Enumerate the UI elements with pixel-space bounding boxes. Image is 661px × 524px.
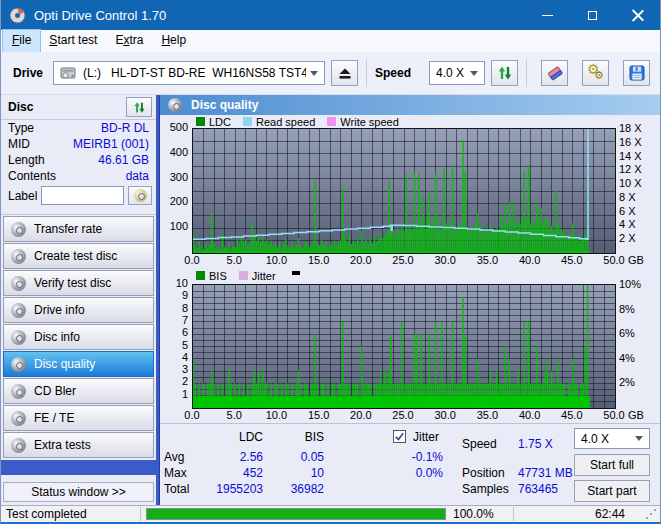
y-axis-tick: 4 <box>182 351 188 363</box>
y-axis-tick: 100 <box>170 221 188 233</box>
bis-left-axis: 12345678910 <box>160 284 192 409</box>
elapsed-time: 62:44 <box>595 506 625 522</box>
jitter-checkbox[interactable] <box>393 430 406 443</box>
ldc-right-axis: 2 X4 X6 X8 X10 X12 X14 X16 X18 X <box>616 128 660 254</box>
x-axis-tick: 45.0 <box>561 254 582 266</box>
refresh-icon <box>133 101 146 114</box>
x-axis-tick: 50.0 <box>603 254 624 266</box>
x-axis-tick: 0.0 <box>184 409 199 421</box>
menu-item-help[interactable]: Help <box>152 30 195 52</box>
label-label: Label <box>8 189 37 203</box>
y-axis-tick: 2% <box>619 376 635 388</box>
disc-row-contents: Contentsdata <box>1 168 156 184</box>
menu-item-start-test[interactable]: Start test <box>40 30 106 52</box>
x-axis-tick: 0.0 <box>184 254 199 266</box>
chevron-down-icon <box>635 436 643 445</box>
label-row: Label <box>1 186 156 205</box>
disc-row-label: MID <box>8 136 30 152</box>
position-stat-label: Position <box>462 466 505 480</box>
menu-item-extra[interactable]: Extra <box>106 30 152 52</box>
refresh-button[interactable] <box>491 60 518 86</box>
app-disc-icon <box>9 7 26 24</box>
toolbar-separator <box>526 59 527 87</box>
sidebar-item-fe-te[interactable]: FE / TE <box>3 405 154 431</box>
extra-tests-icon <box>11 438 26 453</box>
settings-button[interactable]: ⚙ ⚙ <box>582 60 609 86</box>
sidebar-item-verify-test-disc[interactable]: Verify test disc <box>3 270 154 296</box>
x-axis-tick: 5.0 <box>227 409 242 421</box>
disc-quality-icon <box>168 98 182 112</box>
disc-refresh-button[interactable] <box>126 97 152 117</box>
content-panel: Disc quality LDCRead speedWrite speed 10… <box>159 95 660 505</box>
stats-panel: LDC BIS Avg2.560.05-0.1%Max452100.0%Tota… <box>160 423 660 505</box>
test-speed-value: 4.0 X <box>581 432 631 446</box>
sidebar-item-create-test-disc[interactable]: Create test disc <box>3 243 154 269</box>
x-axis-tick: 50.0 <box>603 409 624 421</box>
legend-swatch-read-speed <box>243 117 252 126</box>
sidebar-item-label: Extra tests <box>34 438 91 452</box>
disc-info-panel: Disc TypeBD-R DLMIDMEIRB1 (001)Length46.… <box>1 95 156 215</box>
minimize-button[interactable] <box>525 0 570 30</box>
sidebar-item-extra-tests[interactable]: Extra tests <box>3 432 154 458</box>
sidebar-item-disc-info[interactable]: Disc info <box>3 324 154 350</box>
close-button[interactable] <box>615 0 660 30</box>
sidebar-item-transfer-rate[interactable]: Transfer rate <box>3 216 154 242</box>
checkmark-icon <box>394 431 405 442</box>
progress-fill <box>147 509 445 519</box>
y-axis-tick: 6% <box>619 327 635 339</box>
drive-dropdown[interactable]: (L:) HL-DT-ST BD-RE WH16NS58 TST4 <box>53 61 325 85</box>
fe-te-icon <box>11 411 26 426</box>
stat-value: 0.05 <box>272 450 324 464</box>
disc-row-value: MEIRB1 (001) <box>73 136 149 152</box>
drive-icon <box>60 66 78 80</box>
stat-value: 36982 <box>272 482 324 496</box>
y-axis-tick: 400 <box>170 146 188 158</box>
sidebar-item-disc-quality[interactable]: Disc quality <box>3 351 154 377</box>
y-axis-tick: 10 <box>176 277 188 289</box>
sidebar-item-cd-bler[interactable]: CD Bler <box>3 378 154 404</box>
create-test-disc-icon <box>11 249 26 264</box>
resize-grip[interactable] <box>654 509 656 511</box>
disc-row-length: Length46.61 GB <box>1 152 156 168</box>
x-axis-tick: 40.0 <box>519 254 540 266</box>
start-part-button[interactable]: Start part <box>574 480 650 502</box>
speed-value: 4.0 X <box>436 66 466 80</box>
legend-label: Read speed <box>256 116 315 128</box>
status-window-button[interactable]: Status window >> <box>3 482 154 502</box>
divider <box>1 119 156 120</box>
main-area: Disc TypeBD-R DLMIDMEIRB1 (001)Length46.… <box>1 95 660 505</box>
stat-value: 0.0% <box>355 466 443 480</box>
ldc-chart-svg <box>193 129 615 253</box>
y-axis-tick: 6 <box>182 327 188 339</box>
drive-label: Drive <box>13 66 43 80</box>
label-input[interactable] <box>41 186 124 205</box>
disc-row-mid: MIDMEIRB1 (001) <box>1 136 156 152</box>
start-full-button[interactable]: Start full <box>574 454 650 476</box>
disc-row-label: Length <box>8 152 45 168</box>
sidebar-item-label: Transfer rate <box>34 222 102 236</box>
x-axis-tick: 15.0 <box>308 254 329 266</box>
ldc-plot-area <box>192 128 616 254</box>
menu-item-file[interactable]: File <box>3 30 40 52</box>
panel-header: Disc quality <box>160 95 660 115</box>
minimize-icon <box>542 15 553 16</box>
disc-row-value[interactable]: data <box>126 168 149 184</box>
sidebar-item-label: Disc info <box>34 330 80 344</box>
speed-dropdown[interactable]: 4.0 X <box>429 61 485 85</box>
y-axis-tick: 14 X <box>619 150 642 162</box>
legend-label: LDC <box>209 116 231 128</box>
bis-x-axis: 0.05.010.015.020.025.030.035.040.045.050… <box>160 409 660 423</box>
eject-button[interactable] <box>331 60 358 86</box>
stat-value: 1955203 <box>178 482 263 496</box>
write-label-button[interactable] <box>128 186 152 205</box>
maximize-button[interactable] <box>570 0 615 30</box>
y-axis-tick: 10% <box>619 278 641 290</box>
save-button[interactable] <box>623 60 650 86</box>
position-stat-value: 47731 MB <box>518 466 573 480</box>
test-speed-dropdown[interactable]: 4.0 X <box>574 428 650 449</box>
erase-disc-button[interactable] <box>541 60 568 86</box>
speed-stat-label: Speed <box>462 437 497 451</box>
legend-label: BIS <box>209 270 227 282</box>
sidebar-item-drive-info[interactable]: Drive info <box>3 297 154 323</box>
x-axis-tick: 20.0 <box>350 254 371 266</box>
